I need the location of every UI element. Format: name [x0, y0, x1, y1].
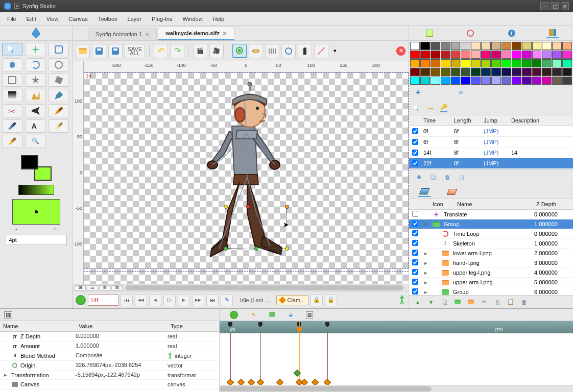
- color-swatch[interactable]: [562, 59, 572, 67]
- tab-info[interactable]: i: [506, 28, 518, 38]
- layer-row[interactable]: Translate0.000000: [409, 210, 573, 219]
- brush-minus[interactable]: -: [15, 226, 17, 232]
- text-tool[interactable]: [26, 119, 46, 133]
- color-swatch[interactable]: [441, 77, 450, 85]
- smooth-tool[interactable]: [2, 58, 22, 71]
- palette-default-button[interactable]: ⟳: [456, 88, 465, 97]
- color-swatch[interactable]: [562, 42, 572, 50]
- waypoint[interactable]: [301, 379, 308, 385]
- timeline-keyframe-marker[interactable]: [228, 322, 232, 327]
- circle-tool[interactable]: [49, 58, 69, 71]
- redo-button[interactable]: [170, 44, 184, 58]
- color-swatch[interactable]: [491, 42, 501, 50]
- tl-meta-icon[interactable]: ▥: [306, 311, 313, 318]
- clamp-button[interactable]: Clam...: [276, 295, 308, 305]
- expand-toggle[interactable]: ▸: [421, 279, 431, 286]
- color-swatch[interactable]: [532, 51, 542, 59]
- brush-tool[interactable]: [2, 135, 22, 148]
- layer-down-button[interactable]: ▼: [426, 298, 436, 307]
- seek-prev-kf-button[interactable]: ◂◂: [135, 294, 147, 306]
- render-button[interactable]: 🎬: [193, 44, 207, 58]
- handle-origin[interactable]: [246, 205, 250, 209]
- kf-active-checkbox[interactable]: [412, 150, 418, 156]
- waypoint[interactable]: [227, 379, 234, 385]
- layer-dup-button[interactable]: [466, 298, 475, 307]
- color-swatch[interactable]: [451, 68, 461, 76]
- title-close-icon[interactable]: [14, 4, 19, 9]
- layer-visible-checkbox[interactable]: [412, 211, 418, 217]
- star-tool[interactable]: [26, 74, 46, 87]
- layer-col-z[interactable]: Z Depth: [534, 199, 573, 209]
- width-tool[interactable]: [26, 104, 46, 117]
- handle-tr[interactable]: [285, 205, 289, 209]
- menu-plugins[interactable]: Plug-Ins: [147, 14, 177, 24]
- color-swatch[interactable]: [441, 59, 450, 67]
- canvas[interactable]: 14: [84, 72, 409, 284]
- layer-row[interactable]: ▸ hand-l.png3.000000: [409, 258, 573, 268]
- color-swatch[interactable]: [542, 51, 552, 59]
- color-swatch[interactable]: [461, 51, 470, 59]
- gradient-tool[interactable]: [2, 89, 22, 102]
- save-as-button[interactable]: [108, 44, 123, 58]
- kf-props-button[interactable]: ◳: [457, 173, 466, 182]
- zoom-100-button[interactable]: ▭: [87, 285, 98, 290]
- layer-delete-button[interactable]: 🗑: [519, 298, 529, 307]
- toolbox-tab[interactable]: [0, 26, 72, 41]
- seek-prev-button[interactable]: ◂: [149, 294, 161, 306]
- open-button[interactable]: [76, 44, 90, 58]
- layer-paste-button[interactable]: 📋: [506, 298, 515, 307]
- onion-before-button[interactable]: [249, 44, 263, 58]
- timeline-keyframe-marker[interactable]: [258, 322, 262, 327]
- color-swatch[interactable]: [562, 68, 572, 76]
- tab-layers[interactable]: [418, 187, 431, 197]
- layer-row[interactable]: ▸ Group6.000000: [409, 287, 573, 295]
- selection-box[interactable]: [226, 207, 287, 249]
- color-swatch[interactable]: [512, 68, 521, 76]
- lock-keyframe-button[interactable]: 🔒: [311, 294, 323, 306]
- color-swatch[interactable]: [471, 42, 481, 50]
- layer-row[interactable]: ▸ upper leg-l.png4.000000: [409, 268, 573, 278]
- tab-library[interactable]: [546, 28, 559, 38]
- waypoint[interactable]: [257, 379, 264, 385]
- keyframe-dial-icon[interactable]: [76, 295, 86, 305]
- color-swatch[interactable]: [502, 59, 511, 67]
- color-swatch[interactable]: [542, 42, 552, 50]
- color-swatch[interactable]: [420, 59, 430, 67]
- gradient-swatch[interactable]: [18, 185, 54, 195]
- waypoint[interactable]: [324, 379, 331, 385]
- layer-cut-button[interactable]: ✂: [480, 298, 489, 307]
- color-swatch[interactable]: [522, 42, 532, 50]
- timeline-ruler[interactable]: |0f |72f: [220, 321, 573, 333]
- layer-row[interactable]: Time Loop0.000000: [409, 229, 573, 239]
- waypoint[interactable]: [248, 379, 255, 385]
- menu-edit[interactable]: Edit: [21, 14, 41, 24]
- color-swatch[interactable]: [481, 42, 491, 50]
- show-guides-button[interactable]: [298, 44, 312, 58]
- timeline-scrollbar[interactable]: [220, 385, 573, 392]
- eyedrop-tool[interactable]: [49, 104, 69, 117]
- kf-pointer-icon[interactable]: [414, 105, 420, 111]
- param-row[interactable]: Origin 326.789674px,-2038.8254vector: [0, 361, 219, 371]
- zoom-fit-button[interactable]: ⊡: [75, 285, 86, 290]
- layer-visible-checkbox[interactable]: [412, 279, 418, 285]
- save-all-button[interactable]: SAVE ALL: [125, 44, 145, 58]
- param-row[interactable]: Z Depth 0.000000real: [0, 332, 219, 341]
- keyframe-row[interactable]: 0f6f (JMP): [409, 126, 573, 137]
- color-swatch[interactable]: [522, 59, 532, 67]
- tl-keyframe-icon[interactable]: [230, 311, 238, 319]
- menu-toolbox[interactable]: Toolbox: [93, 14, 123, 24]
- kf-col-time[interactable]: Time: [421, 115, 452, 126]
- tab-sets[interactable]: [446, 187, 458, 197]
- draw-tool[interactable]: [2, 119, 22, 133]
- keyframe-row[interactable]: 14f8f (JMP)14: [409, 148, 573, 158]
- kf-remove-button[interactable]: 🗑: [443, 173, 452, 182]
- color-swatch[interactable]: [522, 51, 532, 59]
- color-swatch[interactable]: [461, 42, 470, 50]
- layer-row[interactable]: ▸ upper arm-l.png5.000000: [409, 278, 573, 287]
- tab-palette[interactable]: [423, 28, 436, 38]
- color-swatch[interactable]: [481, 77, 491, 85]
- expand-toggle[interactable]: ▸: [421, 270, 431, 276]
- tl-curves-icon[interactable]: ∿: [251, 311, 256, 318]
- color-swatch[interactable]: [441, 42, 450, 50]
- palette-open-button[interactable]: [427, 88, 437, 97]
